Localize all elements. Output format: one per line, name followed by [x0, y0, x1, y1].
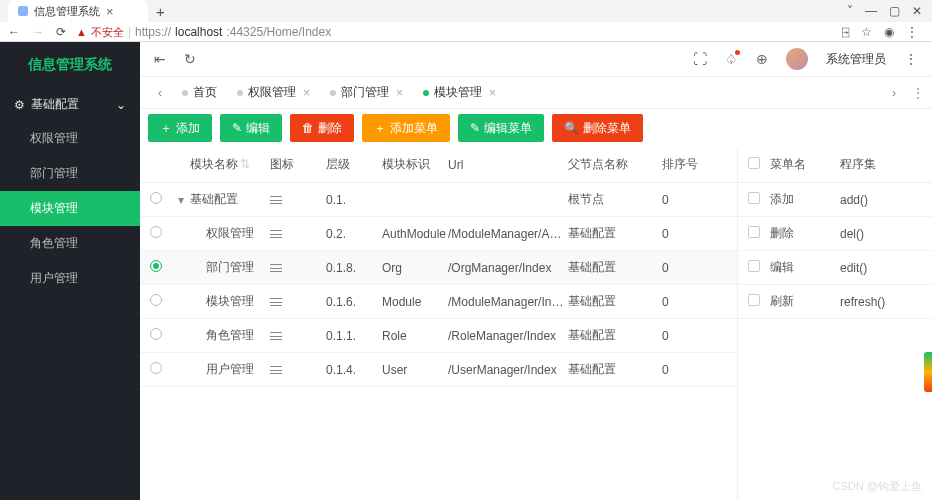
close-icon[interactable]: × — [303, 86, 310, 100]
tab-dot-icon — [330, 90, 336, 96]
sidebar-item[interactable]: 权限管理 — [0, 121, 140, 156]
radio[interactable] — [150, 226, 162, 238]
share-icon[interactable]: ⍈ — [842, 25, 849, 39]
browser-tab[interactable]: 信息管理系统 × — [8, 0, 148, 22]
menu-icon — [270, 230, 282, 238]
language-icon[interactable]: ⊕ — [756, 51, 768, 67]
content: 模块名称⇅ 图标 层级 模块标识 Url 父节点名称 排序号 ▾基础配置0.1.… — [140, 147, 932, 500]
fullscreen-icon[interactable]: ⛶ — [693, 51, 707, 67]
radio[interactable] — [150, 192, 162, 204]
checkbox[interactable] — [748, 294, 760, 306]
checkbox-all[interactable] — [748, 157, 760, 169]
toolbar: ＋添加 ✎ 编辑 🗑 删除 ＋添加菜单 ✎ 编辑菜单 🔍 删除菜单 — [140, 109, 932, 147]
col-parent: 父节点名称 — [568, 156, 662, 173]
sidebar-item[interactable]: 模块管理 — [0, 191, 140, 226]
add-menu-button[interactable]: ＋添加菜单 — [362, 114, 450, 142]
menu-icon — [270, 196, 282, 204]
radio[interactable] — [150, 260, 162, 272]
table-header: 模块名称⇅ 图标 层级 模块标识 Url 父节点名称 排序号 — [140, 147, 737, 183]
checkbox[interactable] — [748, 192, 760, 204]
delete-menu-button[interactable]: 🔍 删除菜单 — [552, 114, 643, 142]
back-icon[interactable]: ← — [8, 25, 20, 39]
close-icon[interactable]: × — [489, 86, 496, 100]
checkbox[interactable] — [748, 226, 760, 238]
add-button[interactable]: ＋添加 — [148, 114, 212, 142]
profile-icon[interactable]: ◉ — [884, 25, 894, 39]
avatar[interactable] — [786, 48, 808, 70]
expand-icon[interactable]: ▾ — [172, 193, 190, 207]
table-row[interactable]: 用户管理0.1.4.User/UserManager/Index基础配置0 — [140, 353, 737, 387]
maximize-icon[interactable]: ▢ — [889, 4, 900, 18]
page-tab[interactable]: 首页 — [172, 77, 227, 109]
app-title: 信息管理系统 — [0, 42, 140, 88]
url-input[interactable]: ▲ 不安全 | https://localhost:44325/Home/Ind… — [76, 25, 832, 40]
edit-button[interactable]: ✎ 编辑 — [220, 114, 282, 142]
close-icon[interactable]: × — [106, 4, 114, 19]
url-path: :44325/Home/Index — [226, 25, 331, 39]
table-row[interactable]: 权限管理0.2.AuthModule/ModuleManager/Auth/I.… — [140, 217, 737, 251]
minimize-icon[interactable]: — — [865, 4, 877, 18]
sidebar-group-label: 基础配置 — [31, 96, 79, 113]
delete-button[interactable]: 🗑 删除 — [290, 114, 354, 142]
sort-icon[interactable]: ⇅ — [240, 157, 250, 171]
chevron-down-icon[interactable]: ˅ — [847, 4, 853, 18]
radio[interactable] — [150, 362, 162, 374]
sidebar-item[interactable]: 角色管理 — [0, 226, 140, 261]
star-icon[interactable]: ☆ — [861, 25, 872, 39]
page-tab[interactable]: 部门管理× — [320, 77, 413, 109]
side-handle[interactable] — [924, 352, 932, 392]
topbar: ⇤ ↻ ⛶ ♤ ⊕ 系统管理员 ⋮ — [140, 42, 932, 77]
watermark: CSDN @钩爱上鱼 — [833, 479, 922, 494]
url-host: localhost — [175, 25, 222, 39]
col-menu-name: 菜单名 — [770, 156, 840, 173]
bell-icon[interactable]: ♤ — [725, 51, 738, 67]
refresh-icon[interactable]: ↻ — [184, 51, 196, 67]
table-row[interactable]: 模块管理0.1.6.Module/ModuleManager/Index基础配置… — [140, 285, 737, 319]
username: 系统管理员 — [826, 51, 886, 68]
new-tab-button[interactable]: + — [148, 3, 173, 20]
close-icon[interactable]: × — [396, 86, 403, 100]
col-level: 层级 — [326, 156, 382, 173]
menu-row[interactable]: 编辑edit() — [738, 251, 932, 285]
table-row[interactable]: 部门管理0.1.8.Org/OrgManager/Index基础配置0 — [140, 251, 737, 285]
col-name[interactable]: 模块名称 — [190, 157, 238, 171]
menu-row[interactable]: 刷新refresh() — [738, 285, 932, 319]
close-window-icon[interactable]: ✕ — [912, 4, 922, 18]
checkbox[interactable] — [748, 260, 760, 272]
more-icon[interactable]: ⋮ — [904, 51, 918, 67]
window-controls: ˅ — ▢ ✕ — [847, 4, 932, 18]
chevron-down-icon: ⌄ — [116, 98, 126, 112]
menu-icon — [270, 264, 282, 272]
sidebar-group[interactable]: ⚙ 基础配置 ⌄ — [0, 88, 140, 121]
kebab-icon[interactable]: ⋮ — [906, 25, 918, 39]
sidebar-item[interactable]: 部门管理 — [0, 156, 140, 191]
tabs-prev-icon[interactable]: ‹ — [148, 86, 172, 100]
edit-menu-button[interactable]: ✎ 编辑菜单 — [458, 114, 544, 142]
tabs-more-icon[interactable]: ⋮ — [912, 86, 924, 100]
radio[interactable] — [150, 294, 162, 306]
menu-row[interactable]: 添加add() — [738, 183, 932, 217]
tabs-next-icon[interactable]: › — [882, 86, 906, 100]
menu-table: 菜单名 程序集 添加add()删除del()编辑edit()刷新refresh(… — [737, 147, 932, 500]
menu-icon — [270, 332, 282, 340]
menu-toggle-icon[interactable]: ⇤ — [154, 51, 166, 67]
radio[interactable] — [150, 328, 162, 340]
menu-row[interactable]: 删除del() — [738, 217, 932, 251]
table-row[interactable]: 角色管理0.1.1.Role/RoleManager/Index基础配置0 — [140, 319, 737, 353]
tab-dot-icon — [237, 90, 243, 96]
page-tab[interactable]: 模块管理× — [413, 77, 506, 109]
page-tab[interactable]: 权限管理× — [227, 77, 320, 109]
tab-favicon — [18, 6, 28, 16]
browser-tab-bar: 信息管理系统 × + ˅ — ▢ ✕ — [0, 0, 932, 22]
col-ident: 模块标识 — [382, 156, 448, 173]
menu-icon — [270, 366, 282, 374]
sidebar: 信息管理系统 ⚙ 基础配置 ⌄ 权限管理部门管理模块管理角色管理用户管理 — [0, 42, 140, 500]
tab-title: 信息管理系统 — [34, 4, 100, 19]
col-url: Url — [448, 158, 568, 172]
app-root: 信息管理系统 ⚙ 基础配置 ⌄ 权限管理部门管理模块管理角色管理用户管理 ⇤ ↻… — [0, 42, 932, 500]
forward-icon[interactable]: → — [32, 25, 44, 39]
reload-icon[interactable]: ⟳ — [56, 25, 66, 39]
table-row[interactable]: ▾基础配置0.1.根节点0 — [140, 183, 737, 217]
col-sort: 排序号 — [662, 156, 722, 173]
sidebar-item[interactable]: 用户管理 — [0, 261, 140, 296]
